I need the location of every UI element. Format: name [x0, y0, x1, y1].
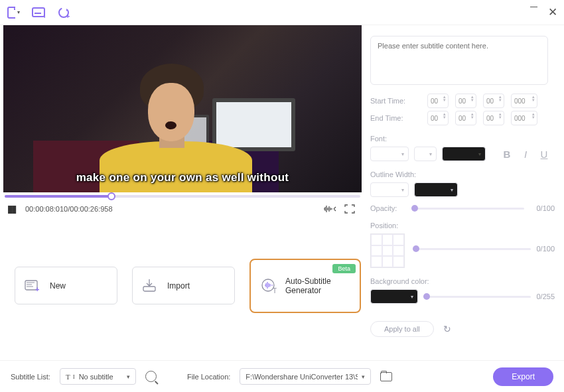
- underline-button[interactable]: U: [537, 147, 551, 161]
- end-mm[interactable]: 00▴▾: [455, 111, 476, 125]
- opacity-value: 0/100: [529, 204, 555, 212]
- new-label: New: [50, 281, 66, 291]
- close-button[interactable]: ✕: [548, 7, 557, 18]
- open-folder-icon[interactable]: [380, 372, 392, 381]
- subtitle-list-label: Subtitle List:: [11, 373, 50, 381]
- add-subtitle-icon[interactable]: +: [32, 6, 45, 19]
- time-display: 00:00:08:010/00:00:26:958: [25, 205, 113, 213]
- outline-color-select[interactable]: ▾: [414, 182, 458, 197]
- right-pane: Start Time: 00▴▾ 00▴▾ 00▴▾ 000▴▾ End Tim…: [358, 25, 564, 360]
- end-ms[interactable]: 000▴▾: [511, 111, 537, 125]
- svg-text:+: +: [42, 12, 45, 19]
- font-family-select[interactable]: ▾: [370, 147, 409, 161]
- beta-badge: Beta: [332, 264, 356, 273]
- svg-rect-3: [35, 13, 41, 14]
- refresh-icon[interactable]: +: [57, 6, 70, 19]
- svg-rect-9: [143, 287, 155, 291]
- svg-text:+: +: [35, 285, 39, 293]
- start-ms[interactable]: 000▴▾: [511, 94, 537, 108]
- start-hh[interactable]: 00▴▾: [427, 94, 449, 108]
- start-ss[interactable]: 00▴▾: [483, 94, 504, 108]
- outline-width-select[interactable]: ▾: [370, 182, 409, 197]
- font-label: Font:: [370, 135, 555, 143]
- start-time-label: Start Time:: [370, 97, 421, 105]
- svg-text:+: +: [66, 12, 70, 19]
- bold-button[interactable]: B: [500, 147, 514, 161]
- export-button[interactable]: Export: [493, 367, 553, 386]
- pause-button[interactable]: ▮▮: [7, 203, 15, 215]
- end-hh[interactable]: 00▴▾: [427, 111, 449, 125]
- file-location-label: File Location:: [187, 373, 230, 381]
- import-icon: [142, 279, 159, 293]
- position-label: Position:: [370, 222, 555, 229]
- new-icon: +: [25, 279, 42, 293]
- import-button[interactable]: Import: [132, 267, 235, 304]
- seek-knob[interactable]: [107, 192, 115, 200]
- apply-to-all-button[interactable]: Apply to all: [370, 321, 434, 337]
- add-file-icon[interactable]: + ▾: [7, 6, 20, 19]
- font-color-select[interactable]: ▾: [442, 147, 486, 161]
- auto-subtitle-icon: T: [260, 279, 277, 293]
- fullscreen-icon[interactable]: [344, 204, 358, 214]
- outline-label: Outline Width:: [370, 170, 555, 178]
- auto-subtitle-label: Auto-Subtitle Generator: [285, 277, 350, 295]
- bgcolor-slider[interactable]: [423, 296, 531, 298]
- italic-button[interactable]: I: [519, 147, 532, 161]
- bottom-bar: Subtitle List: TI No subtitle ▾ File Loc…: [0, 360, 564, 392]
- bgcolor-select[interactable]: ▾: [370, 289, 418, 304]
- subtitle-list-value: No subtitle: [79, 373, 113, 381]
- subtitle-list-select[interactable]: TI No subtitle ▾: [60, 368, 136, 385]
- start-mm[interactable]: 00▴▾: [455, 94, 476, 108]
- titlebar: + ▾ + + ✕: [0, 0, 564, 25]
- position-value: 0/100: [536, 245, 555, 253]
- opacity-slider[interactable]: [411, 208, 524, 210]
- position-slider[interactable]: [413, 248, 531, 250]
- reset-button[interactable]: ↻: [443, 324, 451, 334]
- file-location-select[interactable]: F:\Wondershare UniConverter 13\SubEdi...…: [240, 368, 371, 385]
- minimize-button[interactable]: [530, 7, 537, 7]
- video-preview[interactable]: make one on your own as well without: [3, 25, 362, 192]
- font-size-select[interactable]: ▾: [414, 147, 437, 161]
- end-time-label: End Time:: [370, 114, 421, 122]
- video-caption: make one on your own as well without: [3, 171, 362, 184]
- end-ss[interactable]: 00▴▾: [483, 111, 504, 125]
- opacity-label: Opacity:: [370, 204, 406, 212]
- position-grid[interactable]: [370, 233, 405, 268]
- left-pane: make one on your own as well without ▮▮ …: [0, 25, 358, 360]
- search-icon[interactable]: [145, 371, 157, 382]
- file-location-value: F:\Wondershare UniConverter 13\SubEdi...: [246, 373, 358, 381]
- bgcolor-label: Background color:: [370, 277, 555, 285]
- waveform-icon[interactable]: [323, 204, 336, 214]
- bgcolor-value: 0/255: [536, 293, 555, 300]
- seek-bar[interactable]: [5, 195, 360, 198]
- svg-text:T: T: [273, 287, 277, 294]
- import-label: Import: [167, 281, 190, 291]
- auto-subtitle-button[interactable]: Beta T Auto-Subtitle Generator: [249, 259, 361, 313]
- subtitle-content-input[interactable]: [370, 36, 548, 85]
- new-button[interactable]: + New: [15, 267, 117, 304]
